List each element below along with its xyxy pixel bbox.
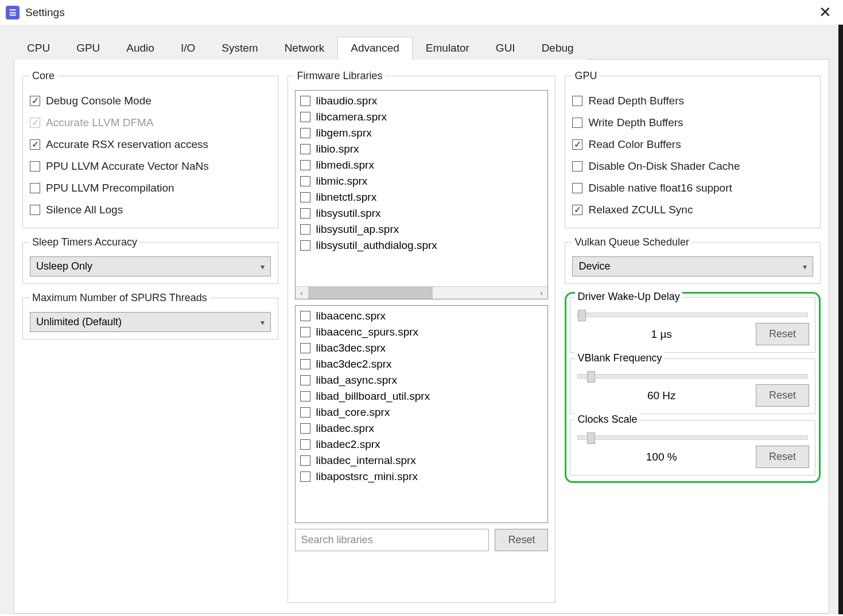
checkbox-icon	[30, 118, 40, 128]
clocks-slider-group: Clocks Scale 100 % Reset	[570, 420, 815, 475]
checkbox-icon	[572, 183, 582, 193]
vblank-reset-button[interactable]: Reset	[756, 384, 809, 407]
wakeup-slider[interactable]	[577, 313, 808, 317]
disable-float16-check[interactable]: Disable native float16 support	[572, 177, 813, 199]
library-item[interactable]: libad_async.sprx	[297, 372, 547, 388]
tab-io[interactable]: I/O	[168, 37, 208, 60]
core-group: Core Debug Console Mode Accurate LLVM DF…	[22, 70, 278, 228]
vulkan-legend: Vulkan Queue Scheduler	[572, 236, 691, 248]
right-column: GPU Read Depth Buffers Write Depth Buffe…	[565, 70, 821, 603]
checkbox-icon	[572, 139, 582, 150]
tab-cpu[interactable]: CPU	[14, 37, 63, 60]
tab-gui[interactable]: GUI	[483, 37, 529, 60]
library-item[interactable]: libcamera.sprx	[297, 109, 547, 125]
library-item[interactable]: libaudio.sprx	[297, 93, 547, 109]
write-depth-check[interactable]: Write Depth Buffers	[572, 112, 813, 134]
tab-network[interactable]: Network	[271, 37, 338, 60]
checkbox-icon	[300, 224, 310, 235]
tab-bar: CPU GPU Audio I/O System Network Advance…	[14, 36, 829, 60]
sleep-timers-group: Sleep Timers Accuracy Usleep Only ▾	[22, 236, 278, 284]
library-item[interactable]: libio.sprx	[297, 141, 547, 157]
checkbox-icon	[300, 391, 310, 401]
search-libraries-input[interactable]: Search libraries	[295, 529, 490, 551]
checkbox-icon	[300, 359, 310, 369]
checkbox-icon	[300, 192, 310, 202]
horizontal-scrollbar[interactable]: ‹ ›	[296, 286, 548, 299]
checkbox-icon	[30, 139, 40, 150]
tab-debug[interactable]: Debug	[529, 37, 587, 60]
library-item[interactable]: libadec.sprx	[297, 420, 547, 436]
firmware-list-1[interactable]: libaudio.sprxlibcamera.sprxlibgem.sprxli…	[295, 90, 549, 299]
scroll-right-icon[interactable]: ›	[535, 287, 547, 299]
checkbox-icon	[300, 208, 310, 219]
ppu-precomp-check[interactable]: PPU LLVM Precompilation	[30, 177, 271, 199]
gpu-legend: GPU	[572, 70, 599, 82]
advanced-panel: Core Debug Console Mode Accurate LLVM DF…	[14, 60, 829, 614]
disable-shader-cache-check[interactable]: Disable On-Disk Shader Cache	[572, 155, 813, 177]
ppu-nans-check[interactable]: PPU LLVM Accurate Vector NaNs	[30, 155, 271, 177]
checkbox-icon	[300, 176, 310, 186]
core-legend: Core	[30, 70, 57, 82]
library-item[interactable]: libadec2.sprx	[297, 436, 547, 453]
wakeup-reset-button[interactable]: Reset	[756, 323, 809, 345]
library-item[interactable]: libapostsrc_mini.sprx	[297, 469, 547, 485]
vulkan-select[interactable]: Device ▾	[572, 256, 813, 276]
checkbox-icon	[30, 183, 40, 193]
library-item[interactable]: libad_billboard_util.sprx	[297, 388, 547, 404]
scroll-left-icon[interactable]: ‹	[296, 287, 308, 299]
vblank-slider[interactable]	[577, 374, 808, 379]
checkbox-icon	[572, 118, 582, 128]
checkbox-icon	[30, 161, 40, 171]
clocks-slider[interactable]	[577, 435, 808, 440]
library-item[interactable]: libac3dec2.sprx	[297, 356, 547, 372]
library-item[interactable]: libad_core.sprx	[297, 404, 547, 420]
library-item[interactable]: libmic.sprx	[297, 173, 547, 189]
read-color-check[interactable]: Read Color Buffers	[572, 134, 813, 155]
silence-logs-check[interactable]: Silence All Logs	[30, 199, 271, 221]
debug-console-mode-check[interactable]: Debug Console Mode	[30, 90, 271, 112]
tab-audio[interactable]: Audio	[113, 37, 168, 60]
titlebar: ☰ Settings ✕	[0, 0, 843, 25]
spurs-legend: Maximum Number of SPURS Threads	[30, 292, 209, 304]
firmware-reset-button[interactable]: Reset	[495, 529, 548, 551]
checkbox-icon	[30, 205, 40, 215]
accurate-rsx-check[interactable]: Accurate RSX reservation access	[30, 134, 271, 155]
checkbox-icon	[300, 375, 310, 385]
highlighted-sliders: Driver Wake-Up Delay 1 µs Reset VBlank F…	[565, 292, 821, 483]
tab-emulator[interactable]: Emulator	[413, 37, 483, 60]
checkbox-icon	[300, 471, 310, 482]
library-item[interactable]: libmedi.sprx	[297, 157, 547, 173]
checkbox-icon	[300, 240, 310, 251]
library-item[interactable]: libaacenc.sprx	[297, 308, 547, 324]
library-item[interactable]: libnetctl.sprx	[297, 189, 547, 205]
middle-column: Firmware Libraries libaudio.sprxlibcamer…	[288, 70, 556, 603]
checkbox-icon	[30, 96, 40, 106]
firmware-list-2[interactable]: libaacenc.sprxlibaacenc_spurs.sprxlibac3…	[295, 305, 549, 523]
checkbox-icon	[300, 327, 310, 337]
sleep-timers-legend: Sleep Timers Accuracy	[30, 236, 139, 248]
spurs-select[interactable]: Unlimited (Default) ▾	[30, 312, 271, 332]
firmware-legend: Firmware Libraries	[295, 70, 385, 82]
clocks-reset-button[interactable]: Reset	[756, 446, 809, 468]
sleep-timers-select[interactable]: Usleep Only ▾	[30, 256, 271, 276]
read-depth-check[interactable]: Read Depth Buffers	[572, 90, 813, 112]
library-item[interactable]: libaacenc_spurs.sprx	[297, 324, 547, 340]
library-item[interactable]: libsysutil.sprx	[297, 205, 547, 221]
library-item[interactable]: libac3dec.sprx	[297, 340, 547, 356]
tab-advanced[interactable]: Advanced	[337, 37, 413, 60]
vblank-slider-group: VBlank Frequency 60 Hz Reset	[570, 358, 815, 414]
library-item[interactable]: libadec_internal.sprx	[297, 453, 547, 469]
checkbox-icon	[300, 343, 310, 353]
tab-system[interactable]: System	[208, 37, 271, 60]
relaxed-zcull-check[interactable]: Relaxed ZCULL Sync	[572, 199, 813, 221]
tab-gpu[interactable]: GPU	[63, 37, 113, 60]
window-scrollbar[interactable]	[838, 25, 843, 614]
close-button[interactable]: ✕	[813, 3, 837, 21]
library-item[interactable]: libgem.sprx	[297, 125, 547, 141]
firmware-group: Firmware Libraries libaudio.sprxlibcamer…	[288, 70, 556, 603]
checkbox-icon	[572, 205, 582, 215]
checkbox-icon	[300, 439, 310, 450]
window-title: Settings	[25, 6, 65, 19]
library-item[interactable]: libsysutil_ap.sprx	[297, 221, 547, 237]
library-item[interactable]: libsysutil_authdialog.sprx	[297, 237, 547, 254]
